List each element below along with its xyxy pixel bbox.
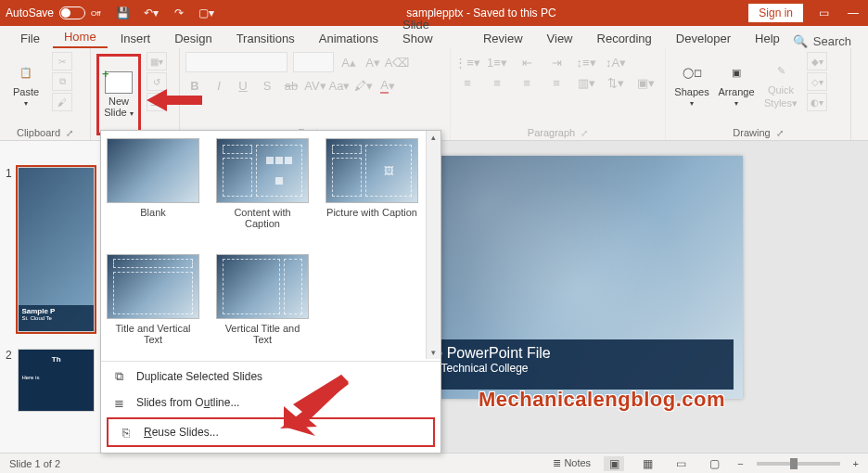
tab-help[interactable]: Help — [744, 28, 791, 48]
dialog-launcher-icon[interactable]: ⤢ — [66, 128, 73, 138]
align-left-button[interactable]: ≡ — [456, 74, 479, 91]
layout-picture-caption[interactable]: 🖼 Picture with Caption — [326, 138, 418, 241]
line-spacing-button[interactable]: ↕≡▾ — [575, 54, 597, 70]
zoom-slider[interactable] — [757, 462, 840, 466]
duplicate-slides-cmd[interactable]: ⧉ Duplicate Selected Slides — [101, 364, 440, 390]
scroll-up-icon[interactable]: ▴ — [431, 133, 436, 142]
dialog-launcher-icon[interactable]: ⤢ — [581, 128, 588, 138]
tab-slideshow[interactable]: Slide Show — [391, 14, 470, 48]
justify-button[interactable]: ≡ — [545, 74, 568, 91]
tab-design[interactable]: Design — [163, 28, 223, 48]
slideshow-view-button[interactable]: ▢ — [704, 456, 724, 471]
copy-button[interactable]: ⧉ — [52, 72, 72, 91]
underline-button[interactable]: U — [234, 76, 252, 95]
group-paragraph: ⋮≡▾ 1≡▾ ⇤ ⇥ ↕≡▾ ↕A▾ ≡ ≡ ≡ ≡ ▥▾ ⇅▾ ▣▾ Par… — [451, 48, 666, 140]
autosave-toggle[interactable]: AutoSave Off — [6, 6, 101, 19]
bullets-button[interactable]: ⋮≡▾ — [456, 54, 479, 70]
scroll-down-icon[interactable]: ▾ — [431, 348, 436, 357]
numbering-button[interactable]: 1≡▾ — [486, 54, 508, 70]
format-painter-button[interactable]: 🖌 — [52, 93, 72, 111]
present-icon[interactable]: ▢▾ — [199, 6, 214, 20]
sign-in-button[interactable]: Sign in — [748, 4, 803, 22]
toggle-off-icon[interactable] — [59, 6, 85, 19]
font-size-combo[interactable] — [293, 52, 334, 72]
chevron-down-icon: ▾ — [734, 99, 738, 108]
font-color-button[interactable]: A▾ — [378, 76, 397, 95]
strikethrough-button[interactable]: ab — [282, 76, 300, 95]
zoom-handle[interactable] — [790, 458, 798, 469]
thumbnail-1[interactable]: 1 Sample P St. Cloud Te — [6, 167, 95, 332]
align-center-button[interactable]: ≡ — [486, 74, 508, 91]
shapes-button[interactable]: ◯◻ Shapes ▾ — [671, 52, 712, 117]
shape-fill-button[interactable]: ◆▾ — [807, 52, 827, 70]
new-slide-button[interactable]: New Slide ▾ — [96, 54, 141, 135]
char-spacing-button[interactable]: AV▾ — [306, 76, 325, 95]
undo-icon[interactable]: ↶▾ — [144, 6, 159, 20]
cut-button[interactable]: ✂ — [52, 52, 72, 70]
tab-view[interactable]: View — [536, 28, 584, 48]
zoom-in-button[interactable]: + — [853, 458, 859, 469]
layout-content-caption[interactable]: Content with Caption — [216, 138, 309, 241]
tab-recording[interactable]: Recording — [586, 28, 663, 48]
smartart-button[interactable]: ▣▾ — [634, 74, 657, 91]
svg-marker-0 — [147, 89, 202, 111]
change-case-button[interactable]: Aa▾ — [330, 76, 349, 95]
tab-animations[interactable]: Animations — [308, 28, 389, 48]
save-icon[interactable]: 💾 — [116, 6, 131, 20]
tab-home[interactable]: Home — [53, 26, 108, 48]
tab-review[interactable]: Review — [472, 28, 534, 48]
tab-transitions[interactable]: Transitions — [225, 28, 306, 48]
text-direction-button[interactable]: ↕A▾ — [605, 54, 627, 70]
layout-vertical-title-text[interactable]: Vertical Title and Text — [216, 254, 309, 357]
layout-blank[interactable]: Blank — [107, 138, 199, 241]
reuse-slides-cmd[interactable]: ⎘ Reuse Slides... — [108, 419, 433, 445]
arrange-button[interactable]: ▣ Arrange ▾ — [716, 52, 757, 117]
layout-title-vertical-text[interactable]: Title and Vertical Text — [107, 254, 199, 357]
indent-increase-button[interactable]: ⇥ — [545, 54, 568, 70]
thumbnail-title: Sample P — [21, 307, 91, 315]
outline-icon: ≣ — [110, 395, 127, 410]
layout-button[interactable]: ▦▾ — [147, 52, 167, 70]
zoom-out-button[interactable]: − — [737, 458, 743, 469]
sorter-view-button[interactable]: ▦ — [637, 456, 657, 471]
thumbnail-image[interactable]: Th Here is — [18, 349, 95, 412]
highlight-button[interactable]: 🖍▾ — [354, 76, 373, 95]
reading-view-button[interactable]: ▭ — [670, 456, 691, 471]
quick-styles-button[interactable]: ✎ Quick Styles▾ — [760, 52, 801, 117]
quick-styles-label-2: Styles — [764, 97, 792, 109]
tab-insert[interactable]: Insert — [109, 28, 162, 48]
slides-from-outline-cmd[interactable]: ≣ Slides from Outline... — [101, 390, 440, 415]
notes-button[interactable]: ≣ Notes — [553, 457, 591, 469]
align-right-button[interactable]: ≡ — [516, 74, 538, 91]
align-text-button[interactable]: ⇅▾ — [605, 74, 627, 91]
gallery-scrollbar[interactable]: ▴▾ — [426, 131, 440, 359]
clear-formatting-button[interactable]: A⌫ — [388, 53, 406, 71]
search-label: Search — [813, 34, 851, 48]
tab-file[interactable]: File — [9, 28, 51, 48]
ribbon-display-icon[interactable]: ▭ — [814, 6, 833, 20]
grow-font-button[interactable]: A▴ — [339, 53, 358, 71]
shape-effects-button[interactable]: ◐▾ — [807, 93, 827, 111]
autosave-state: Off — [91, 9, 101, 18]
paste-button[interactable]: 📋 Paste ▾ — [6, 52, 46, 117]
thumbnail-subtitle: Here is — [21, 375, 91, 380]
tab-search[interactable]: 🔍 Search — [793, 34, 868, 48]
layout-label: Vertical Title and Text — [216, 323, 309, 345]
thumbnail-image[interactable]: Sample P St. Cloud Te — [18, 167, 95, 332]
slide-thumbnails-panel[interactable]: 1 Sample P St. Cloud Te 2 Th Here is — [0, 141, 100, 456]
indent-decrease-button[interactable]: ⇤ — [516, 54, 538, 70]
thumbnail-number: 1 — [6, 167, 14, 180]
font-name-combo[interactable] — [185, 52, 287, 72]
text-shadow-button[interactable]: S — [258, 76, 276, 95]
italic-button[interactable]: I — [210, 76, 228, 95]
shrink-font-button[interactable]: A▾ — [364, 53, 382, 71]
columns-button[interactable]: ▥▾ — [575, 74, 597, 91]
dialog-launcher-icon[interactable]: ⤢ — [776, 128, 784, 138]
tab-developer[interactable]: Developer — [665, 28, 742, 48]
layout-label: Content with Caption — [216, 207, 309, 229]
minimize-icon[interactable]: — — [844, 6, 862, 20]
shape-outline-button[interactable]: ◇▾ — [807, 72, 827, 91]
thumbnail-2[interactable]: 2 Th Here is — [6, 349, 95, 412]
normal-view-button[interactable]: ▣ — [604, 456, 624, 471]
redo-icon[interactable]: ↷ — [172, 6, 186, 20]
